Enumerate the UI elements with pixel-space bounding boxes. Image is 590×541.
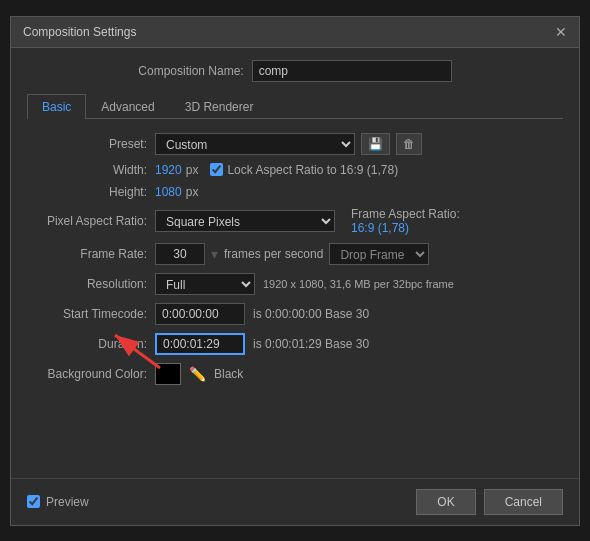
bg-color-swatch[interactable] <box>155 363 181 385</box>
resolution-select[interactable]: Full <box>155 273 255 295</box>
width-row: Width: 1920 px Lock Aspect Ratio to 16:9… <box>27 163 563 177</box>
duration-input[interactable] <box>155 333 245 355</box>
duration-row: Duration: is 0:00:01:29 Base 30 <box>27 333 563 355</box>
close-button[interactable]: ✕ <box>555 25 567 39</box>
fps-dropdown-icon[interactable]: ▾ <box>211 246 218 262</box>
action-buttons: OK Cancel <box>416 489 563 515</box>
duration-base: is 0:00:01:29 Base 30 <box>253 337 369 351</box>
start-timecode-controls: is 0:00:00:00 Base 30 <box>155 303 369 325</box>
comp-name-input[interactable] <box>252 60 452 82</box>
start-timecode-base: is 0:00:00:00 Base 30 <box>253 307 369 321</box>
width-unit: px <box>186 163 199 177</box>
lock-aspect-label: Lock Aspect Ratio to 16:9 (1,78) <box>227 163 398 177</box>
preview-label: Preview <box>46 495 89 509</box>
fps-input[interactable] <box>155 243 205 265</box>
start-timecode-input[interactable] <box>155 303 245 325</box>
bg-color-controls: ✏️ Black <box>155 363 243 385</box>
preset-select[interactable]: Custom <box>155 133 355 155</box>
frame-aspect-section: Frame Aspect Ratio: 16:9 (1,78) <box>351 207 460 235</box>
height-unit: px <box>186 185 199 199</box>
eyedropper-icon: ✏️ <box>189 366 206 382</box>
tab-advanced[interactable]: Advanced <box>86 94 169 119</box>
fps-unit: frames per second <box>224 247 323 261</box>
frame-rate-row: Frame Rate: ▾ frames per second Drop Fra… <box>27 243 563 265</box>
par-select[interactable]: Square Pixels <box>155 210 335 232</box>
resolution-info: 1920 x 1080, 31,6 MB per 32bpc frame <box>263 278 454 290</box>
dialog-title: Composition Settings <box>23 25 136 39</box>
duration-controls: is 0:00:01:29 Base 30 <box>155 333 369 355</box>
start-timecode-label: Start Timecode: <box>27 307 147 321</box>
bottom-bar: Preview OK Cancel <box>11 478 579 525</box>
duration-label: Duration: <box>27 337 147 351</box>
par-label: Pixel Aspect Ratio: <box>27 214 147 228</box>
preset-controls: Custom 💾 🗑 <box>155 133 422 155</box>
tabs-bar: Basic Advanced 3D Renderer <box>27 94 563 119</box>
preset-delete-button[interactable]: 🗑 <box>396 133 422 155</box>
dialog-content: Composition Name: Basic Advanced 3D Rend… <box>11 48 579 478</box>
title-bar: Composition Settings ✕ <box>11 17 579 48</box>
comp-name-row: Composition Name: <box>27 60 563 82</box>
save-preset-icon: 💾 <box>368 137 383 151</box>
preview-checkbox[interactable] <box>27 495 40 508</box>
basic-settings-form: Preset: Custom 💾 🗑 Width: 1920 p <box>27 133 563 385</box>
bg-color-name: Black <box>214 367 243 381</box>
frame-rate-controls: ▾ frames per second Drop Frame <box>155 243 429 265</box>
lock-aspect-row[interactable]: Lock Aspect Ratio to 16:9 (1,78) <box>210 163 398 177</box>
bg-color-label: Background Color: <box>27 367 147 381</box>
preset-row: Preset: Custom 💾 🗑 <box>27 133 563 155</box>
frame-rate-label: Frame Rate: <box>27 247 147 261</box>
preset-label: Preset: <box>27 137 147 151</box>
resolution-row: Resolution: Full 1920 x 1080, 31,6 MB pe… <box>27 273 563 295</box>
drop-frame-select[interactable]: Drop Frame <box>329 243 429 265</box>
start-timecode-row: Start Timecode: is 0:00:00:00 Base 30 <box>27 303 563 325</box>
width-value[interactable]: 1920 <box>155 163 182 177</box>
height-row: Height: 1080 px <box>27 185 563 199</box>
height-label: Height: <box>27 185 147 199</box>
width-label: Width: <box>27 163 147 177</box>
resolution-label: Resolution: <box>27 277 147 291</box>
cancel-button[interactable]: Cancel <box>484 489 563 515</box>
preview-checkbox-row[interactable]: Preview <box>27 495 89 509</box>
comp-name-label: Composition Name: <box>138 64 243 78</box>
delete-preset-icon: 🗑 <box>403 137 415 151</box>
resolution-controls: Full 1920 x 1080, 31,6 MB per 32bpc fram… <box>155 273 454 295</box>
eyedropper-button[interactable]: ✏️ <box>189 366 206 382</box>
pixel-aspect-row: Pixel Aspect Ratio: Square Pixels Frame … <box>27 207 563 235</box>
preset-save-button[interactable]: 💾 <box>361 133 390 155</box>
tab-3d-renderer[interactable]: 3D Renderer <box>170 94 269 119</box>
tab-basic[interactable]: Basic <box>27 94 86 119</box>
background-color-row: Background Color: ✏️ Black <box>27 363 563 385</box>
lock-aspect-checkbox[interactable] <box>210 163 223 176</box>
ok-button[interactable]: OK <box>416 489 475 515</box>
height-value[interactable]: 1080 <box>155 185 182 199</box>
composition-settings-dialog: Composition Settings ✕ Composition Name:… <box>10 16 580 526</box>
far-value: 16:9 (1,78) <box>351 221 460 235</box>
far-label: Frame Aspect Ratio: <box>351 207 460 221</box>
